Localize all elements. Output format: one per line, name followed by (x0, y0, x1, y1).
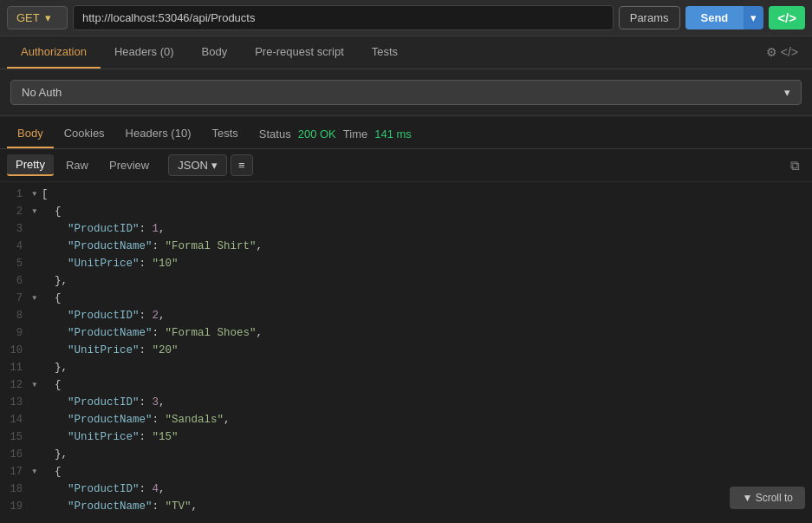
line-content: "ProductName": "TV", (42, 498, 812, 515)
time-label: Time (343, 127, 367, 141)
line-arrow-icon[interactable]: ▾ (31, 203, 42, 220)
line-content: "ProductID": 1, (42, 220, 812, 238)
request-tabs: Authorization Headers (0) Body Pre-reque… (0, 36, 812, 69)
line-content: { (42, 376, 812, 394)
fmt-tab-pretty[interactable]: Pretty (7, 154, 54, 176)
code-line: 13 "ProductID": 3, (0, 394, 812, 411)
status-label: Status (259, 127, 291, 141)
tab-authorization[interactable]: Authorization (7, 36, 101, 69)
res-tab-cookies[interactable]: Cookies (54, 120, 115, 148)
code-line: 18 "ProductID": 4, (0, 481, 812, 498)
code-line: 11 }, (0, 359, 812, 376)
line-number: 11 (0, 359, 31, 376)
status-value: 200 OK (298, 127, 336, 141)
line-number: 4 (0, 238, 31, 255)
line-number: 13 (0, 394, 31, 411)
auth-type-label: No Auth (22, 86, 62, 99)
res-tab-headers[interactable]: Headers (10) (115, 120, 202, 148)
tab-tests[interactable]: Tests (358, 36, 412, 69)
line-number: 19 (0, 498, 31, 515)
code-line: 3 "ProductID": 1, (0, 220, 812, 238)
send-dropdown-button[interactable]: ▾ (744, 6, 763, 29)
send-button[interactable]: Send (685, 6, 744, 29)
res-tab-tests[interactable]: Tests (201, 120, 248, 148)
code-line: 16 }, (0, 446, 812, 463)
line-number: 3 (0, 220, 31, 238)
line-number: 18 (0, 481, 31, 498)
res-tab-body[interactable]: Body (7, 120, 54, 148)
code-line: 6 }, (0, 272, 812, 290)
line-content: "UnitPrice": "15" (42, 428, 812, 446)
line-content: }, (42, 446, 812, 463)
code-line: 17▾ { (0, 463, 812, 481)
line-number: 1 (0, 186, 31, 203)
json-format-dropdown[interactable]: JSON ▾ (168, 154, 227, 176)
copy-button[interactable]: ⧉ (785, 156, 805, 175)
auth-type-dropdown[interactable]: No Auth ▾ (10, 80, 802, 105)
code-line: 1▾[ (0, 186, 812, 203)
line-content: "ProductName": "Formal Shirt", (42, 238, 812, 255)
fmt-tab-raw[interactable]: Raw (57, 155, 97, 175)
code-line: 19 "ProductName": "TV", (0, 498, 812, 515)
url-input[interactable] (73, 5, 614, 30)
line-number: 8 (0, 307, 31, 324)
code-line: 7▾ { (0, 290, 812, 307)
code-line: 10 "UnitPrice": "20" (0, 342, 812, 359)
line-content: }, (42, 272, 812, 290)
method-label: GET (16, 11, 40, 24)
scroll-to-button[interactable]: ▼ Scroll to (730, 487, 805, 509)
code-line: 5 "UnitPrice": "10" (0, 255, 812, 272)
json-format-label: JSON (178, 159, 208, 172)
line-content: "ProductID": 4, (42, 481, 812, 498)
method-select[interactable]: GET ▾ (7, 6, 68, 29)
line-number: 20 (0, 515, 31, 517)
line-number: 17 (0, 463, 31, 481)
code-line: 14 "ProductName": "Sandals", (0, 411, 812, 428)
status-info: Status 200 OK Time 141 ms (259, 127, 412, 141)
line-arrow-icon[interactable]: ▾ (31, 376, 42, 394)
time-value: 141 ms (374, 127, 412, 141)
code-area: 1▾[2▾ {3 "ProductID": 1,4 "ProductName":… (0, 182, 812, 517)
line-content: "ProductName": "Sandals", (42, 411, 812, 428)
line-number: 9 (0, 324, 31, 342)
params-button[interactable]: Params (619, 6, 680, 29)
line-number: 14 (0, 411, 31, 428)
line-content: [ (42, 186, 812, 203)
code-line: 15 "UnitPrice": "15" (0, 428, 812, 446)
line-content: "ProductID": 2, (42, 307, 812, 324)
line-content: }, (42, 359, 812, 376)
auth-section: No Auth ▾ (0, 69, 812, 116)
code-line: 20 "UnitPrice": "100" (0, 515, 812, 517)
top-bar: GET ▾ Params Send ▾ </> (0, 0, 812, 36)
auth-chevron-icon: ▾ (784, 86, 790, 99)
line-number: 12 (0, 376, 31, 394)
json-chevron-icon: ▾ (211, 159, 218, 172)
tab-headers[interactable]: Headers (0) (101, 36, 188, 69)
settings-icon[interactable]: ⚙ </> (759, 36, 805, 69)
line-arrow-icon[interactable]: ▾ (31, 290, 42, 307)
line-arrow-icon[interactable]: ▾ (31, 186, 42, 203)
response-tabs: Body Cookies Headers (10) Tests Status 2… (0, 116, 812, 149)
line-number: 6 (0, 272, 31, 290)
code-line: 8 "ProductID": 2, (0, 307, 812, 324)
line-arrow-icon[interactable]: ▾ (31, 463, 42, 481)
line-content: "UnitPrice": "100" (42, 515, 812, 517)
line-number: 16 (0, 446, 31, 463)
line-content: "UnitPrice": "10" (42, 255, 812, 272)
tab-body[interactable]: Body (188, 36, 242, 69)
line-number: 15 (0, 428, 31, 446)
code-line: 9 "ProductName": "Formal Shoes", (0, 324, 812, 342)
code-line: 4 "ProductName": "Formal Shirt", (0, 238, 812, 255)
line-number: 10 (0, 342, 31, 359)
code-button[interactable]: </> (769, 6, 805, 29)
wrap-button[interactable]: ≡ (231, 154, 253, 176)
fmt-tab-preview[interactable]: Preview (101, 155, 158, 175)
line-content: { (42, 463, 812, 481)
method-chevron-icon: ▾ (45, 11, 51, 24)
tab-pre-request[interactable]: Pre-request script (241, 36, 358, 69)
line-content: "UnitPrice": "20" (42, 342, 812, 359)
line-number: 2 (0, 203, 31, 220)
line-content: "ProductName": "Formal Shoes", (42, 324, 812, 342)
send-group: Send ▾ (685, 6, 764, 29)
line-content: { (42, 203, 812, 220)
